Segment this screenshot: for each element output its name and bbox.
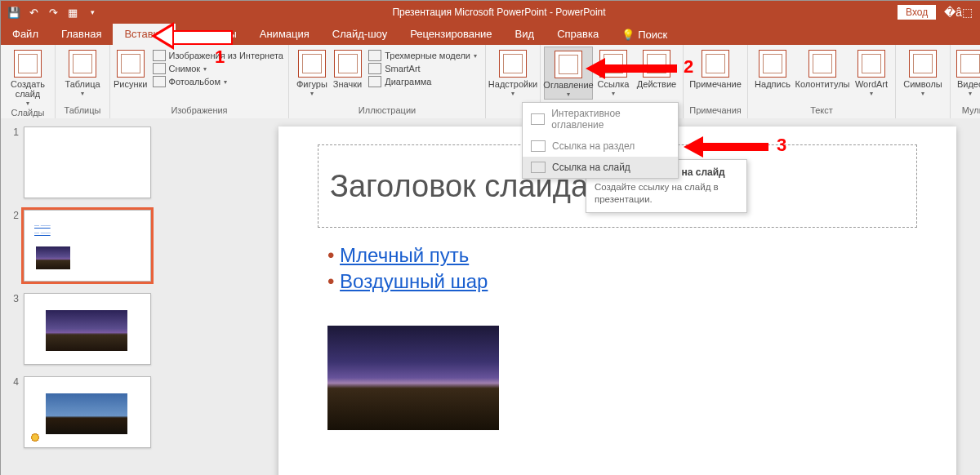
bullet-item: • Млечный путь: [327, 244, 488, 267]
zoom-dropdown-menu: Интерактивное оглавление Ссылка на разде…: [522, 102, 679, 179]
lightbulb-icon: 💡: [621, 29, 635, 41]
globe-icon: [153, 50, 166, 61]
ribbon-tabs: Файл Главная Вставка Переходы Анимация С…: [1, 24, 980, 45]
chart-label: Диаграмма: [385, 77, 431, 87]
shapes-label: Фигуры: [296, 79, 327, 89]
title-bar: 💾 ↶ ↷ ▦ ▾ Презентация Microsoft PowerPoi…: [1, 1, 980, 24]
content-placeholder[interactable]: • Млечный путь • Воздушный шар: [327, 241, 488, 296]
ribbon-options-icon[interactable]: �â⬚: [944, 6, 973, 19]
zoom-toc-button[interactable]: Оглавление▾: [544, 47, 593, 100]
hyperlink-2[interactable]: Воздушный шар: [340, 270, 488, 292]
cube-icon: [368, 50, 381, 61]
window-title: Презентация Microsoft PowerPoint - Power…: [100, 7, 898, 18]
group-slides-label: Слайды: [4, 108, 51, 118]
thumb-number: 4: [1, 376, 24, 388]
thumb-number: 3: [1, 293, 24, 304]
smartart-icon: [368, 63, 381, 74]
shapes-button[interactable]: Фигуры▾: [292, 47, 332, 98]
slide-thumb-2[interactable]: — ——— ——: [24, 210, 151, 282]
slideshow-icon[interactable]: ▦: [65, 4, 81, 20]
header-footer-button[interactable]: Колонтитулы: [794, 47, 851, 89]
slide-thumbnails-panel[interactable]: 1 2— ——— —— 3 4: [1, 118, 164, 475]
workspace: 1 2— ——— —— 3 4 Заголовок слайда • Млечн…: [1, 118, 980, 475]
group-text-label: Текст: [751, 105, 892, 118]
link-label: Ссылка: [598, 79, 630, 89]
bullet-item: • Воздушный шар: [327, 270, 488, 293]
3d-models-button[interactable]: Трехмерные модели ▾: [368, 50, 477, 61]
tab-help[interactable]: Справка: [546, 24, 610, 45]
screenshot-label: Снимок: [169, 64, 201, 73]
textbox-button[interactable]: Надпись: [751, 47, 794, 89]
tab-slideshow[interactable]: Слайд-шоу: [321, 24, 399, 45]
zoom-toc-label: Оглавление: [543, 80, 593, 90]
ribbon: Создать слайд▾ Слайды Таблица▾ Таблицы Р…: [1, 45, 980, 119]
menu-item-section-zoom[interactable]: Ссылка на раздел: [523, 135, 678, 157]
menu-item-summary-zoom[interactable]: Интерактивное оглавление: [523, 103, 678, 135]
new-slide-label: Создать слайд: [4, 79, 51, 99]
icons-button[interactable]: Значки: [332, 47, 364, 89]
undo-icon[interactable]: ↶: [25, 4, 42, 20]
chart-button[interactable]: Диаграмма: [368, 76, 477, 87]
addins-button[interactable]: Надстройки▾: [489, 47, 537, 98]
smartart-button[interactable]: SmartArt: [368, 63, 477, 74]
header-footer-label: Колонтитулы: [795, 79, 850, 89]
tab-insert[interactable]: Вставка: [113, 24, 175, 45]
album-icon: [153, 76, 166, 87]
pictures-button[interactable]: Рисунки: [114, 47, 148, 89]
hyperlink-1[interactable]: Млечный путь: [340, 244, 469, 266]
comment-button[interactable]: Примечание: [687, 47, 744, 89]
addins-label: Надстройки: [488, 79, 537, 89]
slide-thumb-4[interactable]: [24, 376, 151, 448]
tab-home[interactable]: Главная: [50, 24, 113, 45]
thumb-number: 2: [1, 210, 24, 221]
tab-file[interactable]: Файл: [1, 24, 50, 45]
new-slide-button[interactable]: Создать слайд▾: [4, 47, 51, 108]
action-button[interactable]: Действие: [634, 47, 679, 89]
wordart-label: WordArt: [855, 79, 888, 89]
menu-item-slide-zoom[interactable]: Ссылка на слайд: [523, 157, 678, 178]
wordart-button[interactable]: WordArt▾: [851, 47, 892, 98]
photo-album-button[interactable]: Фотоальбом▾: [153, 76, 283, 87]
tab-review[interactable]: Рецензирование: [399, 24, 503, 45]
thumb-links: — ——— ——: [34, 222, 51, 237]
tab-view[interactable]: Вид: [504, 24, 546, 45]
slide-thumb-3[interactable]: [24, 293, 151, 365]
comment-label: Примечание: [689, 79, 742, 89]
textbox-label: Надпись: [755, 79, 791, 89]
tab-transitions[interactable]: Переходы: [176, 24, 248, 45]
slide-thumb-1[interactable]: [24, 127, 151, 198]
video-label: Видео: [957, 79, 980, 89]
quick-access-toolbar: 💾 ↶ ↷ ▦ ▾: [1, 4, 100, 20]
slide-image[interactable]: [327, 326, 499, 430]
video-button[interactable]: Видео▾: [954, 47, 980, 98]
pictures-label: Рисунки: [114, 79, 148, 89]
smartart-label: SmartArt: [385, 64, 420, 73]
menu-item-label: Ссылка на слайд: [552, 162, 630, 173]
link-button[interactable]: Ссылка▾: [593, 47, 634, 98]
symbols-button[interactable]: Символы▾: [899, 47, 947, 98]
menu-item-label: Интерактивное оглавление: [551, 108, 670, 131]
table-button[interactable]: Таблица▾: [59, 47, 106, 98]
login-button[interactable]: Вход: [898, 5, 936, 20]
thumb-number: 1: [1, 127, 24, 138]
summary-zoom-icon: [531, 113, 545, 125]
group-symbols-label: [899, 105, 947, 118]
photo-album-label: Фотоальбом: [169, 77, 221, 87]
3d-models-label: Трехмерные модели: [385, 51, 470, 60]
online-pictures-button[interactable]: Изображения из Интернета: [153, 50, 283, 61]
screenshot-button[interactable]: Снимок▾: [153, 63, 283, 74]
qat-more-icon[interactable]: ▾: [84, 4, 100, 20]
tab-animations[interactable]: Анимация: [248, 24, 321, 45]
group-tables-label: Таблицы: [59, 105, 106, 118]
tab-search[interactable]: 💡 Поиск: [610, 24, 679, 45]
group-media-label: Мультим: [954, 105, 980, 118]
symbols-label: Символы: [903, 79, 942, 89]
action-label: Действие: [637, 79, 676, 89]
section-zoom-icon: [531, 140, 546, 152]
screenshot-icon: [153, 63, 166, 74]
table-label: Таблица: [65, 79, 100, 89]
group-illustrations-label: Иллюстрации: [292, 105, 482, 118]
redo-icon[interactable]: ↷: [45, 4, 61, 20]
save-icon[interactable]: 💾: [6, 4, 22, 20]
group-comments-label: Примечания: [687, 105, 744, 118]
